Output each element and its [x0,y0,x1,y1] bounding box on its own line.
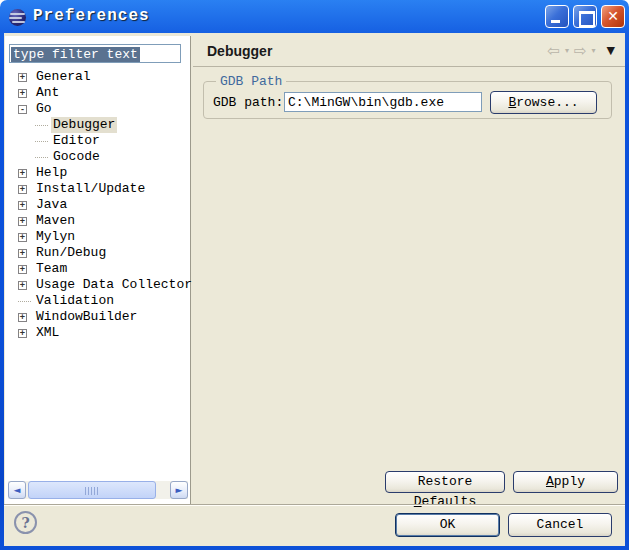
filter-input[interactable]: type filter text [9,44,181,63]
tree-item-label: Mylyn [34,229,77,245]
gdb-path-input[interactable] [284,92,482,112]
tree-item-label: Run/Debug [34,245,108,261]
scroll-left-icon: ◄ [14,485,21,495]
tree-hscrollbar[interactable]: ◄ ► [8,481,188,499]
tree-item-java[interactable]: +Java [5,197,190,213]
tree-branch-line [35,157,48,158]
scrollbar-thumb[interactable] [28,481,156,499]
tree-item-label: Ant [34,85,61,101]
tree-item-editor[interactable]: Editor [5,133,190,149]
expand-icon[interactable]: + [18,201,27,210]
tree-item-label: Maven [34,213,77,229]
thumb-grip-icon [85,487,99,495]
settings-panel: Debugger ⇦ ▾ ⇨ ▾ ▼ GDB Path GDB path: Br… [193,33,625,504]
maximize-button[interactable] [573,5,597,28]
tree-item-usage-data-collector[interactable]: +Usage Data Collector [5,277,190,293]
back-dropdown-icon[interactable]: ▾ [565,43,569,59]
page-title: Debugger [207,43,272,59]
expand-icon[interactable]: + [18,313,27,322]
preferences-dialog: Preferences ✕ type filter text +General+… [0,0,629,550]
expand-icon[interactable]: + [18,265,27,274]
page-header: Debugger ⇦ ▾ ⇨ ▾ ▼ [193,33,625,67]
tree-item-gocode[interactable]: Gocode [5,149,190,165]
forward-dropdown-icon[interactable]: ▾ [592,43,596,59]
scroll-left-button[interactable]: ◄ [8,481,26,499]
apply-button[interactable]: Apply [513,471,618,493]
tree-branch-line [35,141,48,142]
titlebar[interactable]: Preferences ✕ [0,0,629,33]
tree-item-label: Install/Update [34,181,147,197]
tree-item-label: Help [34,165,69,181]
forward-icon[interactable]: ⇨ [574,43,587,59]
tree-item-label: Team [34,261,69,277]
view-menu-icon[interactable]: ▼ [607,43,615,59]
scroll-right-button[interactable]: ► [170,481,188,499]
help-button[interactable]: ? [14,511,37,534]
tree-item-run-debug[interactable]: +Run/Debug [5,245,190,261]
tree-item-label: Go [34,101,54,117]
tree-item-ant[interactable]: +Ant [5,85,190,101]
expand-icon[interactable]: + [18,73,27,82]
close-button[interactable]: ✕ [601,5,625,28]
footer-separator [4,504,625,506]
group-title: GDB Path [216,74,286,89]
expand-icon[interactable]: + [18,217,27,226]
filter-text-selected: type filter text [11,47,140,62]
expand-icon[interactable]: + [18,329,27,338]
tree-item-label: Usage Data Collector [34,277,194,293]
restore-defaults-button[interactable]: Restore Defaults [385,471,505,493]
tree-branch-line [35,125,48,126]
scroll-right-icon: ► [176,485,183,495]
tree-item-label: Java [34,197,69,213]
back-icon[interactable]: ⇦ [547,43,560,59]
tree-branch-line [18,301,31,302]
tree-item-label: Gocode [51,149,102,165]
tree-item-maven[interactable]: +Maven [5,213,190,229]
tree-item-label: General [34,69,93,85]
expand-icon[interactable]: + [18,249,27,258]
tree-item-team[interactable]: +Team [5,261,190,277]
tree-item-label: Debugger [51,117,117,133]
expand-icon[interactable]: + [18,169,27,178]
window-title: Preferences [33,6,150,26]
expand-icon[interactable]: + [18,89,27,98]
scrollbar-track[interactable] [26,481,170,499]
close-icon: ✕ [607,8,619,24]
question-icon: ? [21,515,29,531]
tree-item-label: WindowBuilder [34,309,139,325]
tree-item-debugger[interactable]: Debugger [5,117,190,133]
gdb-path-group: GDB Path GDB path: Browse... [203,81,612,119]
tree-item-windowbuilder[interactable]: +WindowBuilder [5,309,190,325]
gdb-path-label: GDB path: [213,93,283,113]
collapse-icon[interactable]: - [18,105,27,114]
tree-item-general[interactable]: +General [5,69,190,85]
dialog-content: type filter text +General+Ant-GoDebugger… [4,33,625,546]
tree-item-mylyn[interactable]: +Mylyn [5,229,190,245]
tree-panel: type filter text +General+Ant-GoDebugger… [5,36,191,504]
tree-item-label: XML [34,325,61,341]
eclipse-logo-icon [9,9,26,26]
expand-icon[interactable]: + [18,185,27,194]
tree-item-help[interactable]: +Help [5,165,190,181]
expand-icon[interactable]: + [18,233,27,242]
tree-item-validation[interactable]: Validation [5,293,190,309]
tree-item-xml[interactable]: +XML [5,325,190,341]
tree-item-label: Validation [34,293,116,309]
expand-icon[interactable]: + [18,281,27,290]
tree-item-label: Editor [51,133,102,149]
minimize-button[interactable] [545,5,569,28]
preferences-tree: +General+Ant-GoDebuggerEditorGocode+Help… [5,69,190,341]
browse-button[interactable]: Browse... [490,91,597,114]
cancel-button[interactable]: Cancel [508,513,612,537]
tree-item-install-update[interactable]: +Install/Update [5,181,190,197]
header-nav: ⇦ ▾ ⇨ ▾ ▼ [547,43,615,59]
ok-button[interactable]: OK [395,513,500,537]
tree-item-go[interactable]: -Go [5,101,190,117]
